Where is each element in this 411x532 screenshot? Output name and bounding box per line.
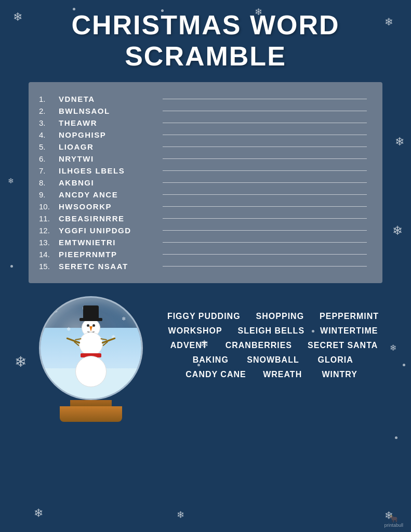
- word-bank-item: WINTRY: [319, 370, 361, 379]
- scrambled-word: YGGFI UNIPDGD: [59, 226, 152, 235]
- scramble-row: 6. NRYTWI: [39, 154, 367, 163]
- row-number: 8.: [39, 178, 59, 187]
- word-bank-item: PEPPERMINT: [320, 312, 379, 321]
- row-number: 12.: [39, 226, 59, 235]
- answer-line: [163, 147, 367, 147]
- globe-outer: ❄ ❄ ❄ ❄ ❄: [39, 296, 143, 400]
- scrambled-word: EMTWNIETRI: [59, 238, 152, 247]
- word-bank-item: WORKSHOP: [168, 326, 222, 336]
- word-bank-item: CANDY CANE: [185, 370, 246, 379]
- scramble-row: 3. THEAWR: [39, 118, 367, 127]
- word-bank: FIGGY PUDDINGSHOPPINGPEPPERMINTWORKSHOPS…: [153, 291, 382, 384]
- globe-neck: [70, 400, 112, 406]
- row-number: 4.: [39, 130, 59, 139]
- printabull-logo: 🐂 printabull: [384, 514, 403, 528]
- snow-globe: ❄ ❄ ❄ ❄ ❄: [29, 296, 153, 422]
- scramble-row: 7. ILHGES LBELS: [39, 166, 367, 175]
- row-number: 15.: [39, 262, 59, 271]
- word-bank-item: CRANBERRIES: [226, 341, 292, 350]
- scrambled-word: NOPGHISP: [59, 130, 152, 139]
- answer-line: [163, 135, 367, 135]
- scrambled-word: AKBNGI: [59, 178, 152, 187]
- row-number: 1.: [39, 95, 59, 103]
- word-bank-item: FIGGY PUDDING: [167, 312, 241, 321]
- scramble-row: 10. HWSOORKP: [39, 202, 367, 211]
- answer-line: [163, 99, 367, 99]
- row-number: 9.: [39, 190, 59, 199]
- snowflake-icon: ❄: [34, 507, 43, 520]
- scramble-row: 1. VDNETA: [39, 95, 367, 103]
- decorative-dot: [395, 436, 397, 439]
- scrambled-word: ILHGES LBELS: [59, 166, 152, 175]
- row-number: 6.: [39, 154, 59, 163]
- row-number: 2.: [39, 107, 59, 115]
- word-bank-row: CANDY CANEWREATHWINTRY: [164, 370, 382, 379]
- answer-line: [163, 206, 367, 207]
- scrambled-word: LIOAGR: [59, 142, 152, 151]
- snowflake-icon: ❄: [395, 135, 404, 149]
- word-bank-item: SLEIGH BELLS: [238, 326, 304, 336]
- scrambled-word: SERETC NSAAT: [59, 262, 152, 271]
- answer-line: [163, 158, 367, 159]
- word-bank-item: WREATH: [262, 370, 303, 379]
- scramble-row: 9. ANCDY ANCE: [39, 190, 367, 199]
- title-area: CHRISTMAS WORD SCRAMBLE: [0, 0, 411, 77]
- row-number: 5.: [39, 142, 59, 151]
- row-number: 14.: [39, 250, 59, 259]
- answer-line: [163, 194, 367, 195]
- scrambled-word: THEAWR: [59, 118, 152, 127]
- decorative-dot: [403, 364, 405, 366]
- scrambled-word: NRYTWI: [59, 154, 152, 163]
- answer-line: [163, 266, 367, 267]
- answer-line: [163, 254, 367, 255]
- answer-line: [163, 182, 367, 183]
- word-bank-row: ADVENTCRANBERRIESSECRET SANTA: [164, 341, 382, 350]
- decorative-dot: [10, 265, 13, 268]
- word-bank-row: WORKSHOPSLEIGH BELLSWINTERTIME: [164, 326, 382, 336]
- scrambled-word: VDNETA: [59, 95, 152, 103]
- snowman-hat: [79, 305, 102, 321]
- row-number: 7.: [39, 166, 59, 175]
- scrambled-word: CBEASIRNRRE: [59, 214, 152, 223]
- globe-base: [60, 406, 122, 422]
- answer-line: [163, 170, 367, 171]
- scramble-row: 11. CBEASIRNRRE: [39, 214, 367, 223]
- page-title: CHRISTMAS WORD SCRAMBLE: [10, 9, 401, 72]
- decorative-dot: [197, 364, 200, 366]
- word-bank-item: SNOWBALL: [247, 355, 299, 365]
- row-number: 13.: [39, 238, 59, 247]
- snowflake-icon: ❄: [392, 223, 403, 238]
- answer-line: [163, 218, 367, 219]
- snowman-body-upper: [79, 332, 103, 356]
- answer-line: [163, 242, 367, 243]
- bottom-section: ❄ ❄ ❄ ❄ ❄: [0, 291, 411, 422]
- scrambled-word: PIEEPRNMTP: [59, 250, 152, 259]
- scrambled-word: ANCDY ANCE: [59, 190, 152, 199]
- word-bank-row: FIGGY PUDDINGSHOPPINGPEPPERMINT: [164, 312, 382, 321]
- word-bank-item: SHOPPING: [256, 312, 304, 321]
- word-bank-row: BAKINGSNOWBALLGLORIA: [164, 355, 382, 365]
- word-bank-item: ADVENT: [168, 341, 210, 350]
- scramble-row: 13. EMTWNIETRI: [39, 238, 367, 247]
- word-bank-item: GLORIA: [315, 355, 356, 365]
- scramble-row: 14. PIEEPRNMTP: [39, 250, 367, 259]
- snowman: [68, 323, 114, 387]
- scramble-row: 8. AKBNGI: [39, 178, 367, 187]
- scramble-row: 12. YGGFI UNIPDGD: [39, 226, 367, 235]
- snowflake-icon: ❄: [8, 177, 14, 185]
- snowflake-icon: ❄: [177, 509, 184, 521]
- scrambled-word: BWLNSAOL: [59, 107, 152, 115]
- word-bank-item: SECRET SANTA: [308, 341, 378, 350]
- scramble-row: 15. SERETC NSAAT: [39, 262, 367, 271]
- row-number: 11.: [39, 214, 59, 223]
- answer-line: [163, 123, 367, 123]
- scrambled-word: HWSOORKP: [59, 202, 152, 211]
- decorative-dot: [312, 330, 314, 332]
- word-bank-item: BAKING: [190, 355, 231, 365]
- row-number: 10.: [39, 202, 59, 211]
- word-bank-item: WINTERTIME: [320, 326, 378, 336]
- scramble-row: 2. BWLNSAOL: [39, 107, 367, 115]
- scramble-box: 1. VDNETA 2. BWLNSAOL 3. THEAWR 4. NOPGH…: [29, 82, 382, 283]
- scramble-row: 5. LIOAGR: [39, 142, 367, 151]
- answer-line: [163, 230, 367, 231]
